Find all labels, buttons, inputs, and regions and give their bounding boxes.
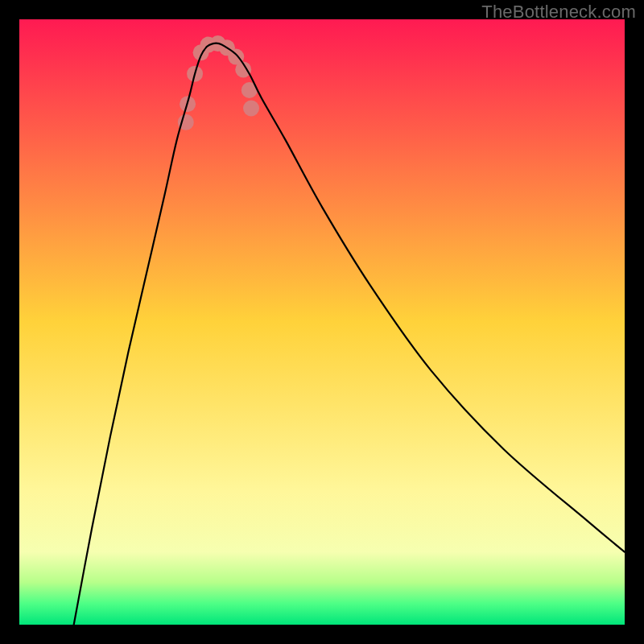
chart-frame bbox=[19, 19, 625, 625]
chart-background bbox=[19, 19, 625, 625]
highlight-dot bbox=[243, 101, 259, 117]
chart-svg bbox=[19, 19, 625, 625]
